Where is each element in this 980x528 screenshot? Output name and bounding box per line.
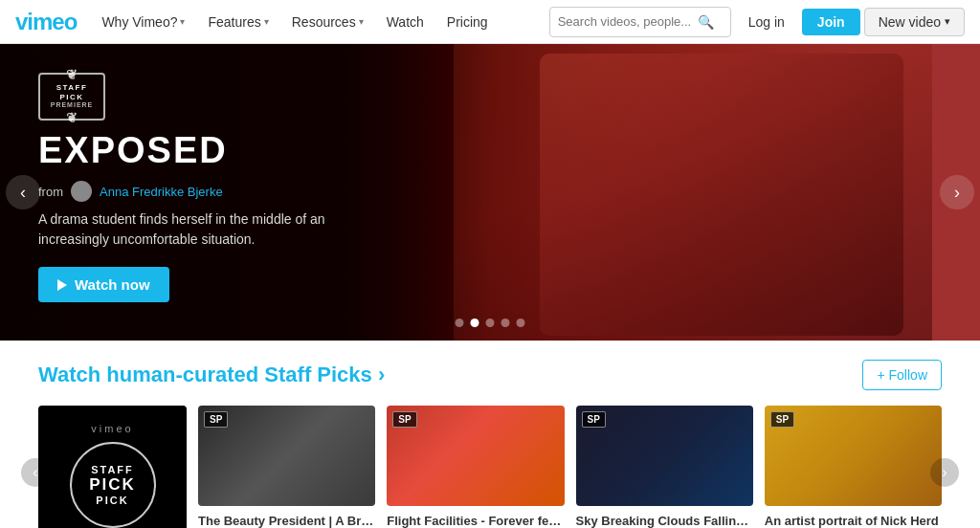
login-button[interactable]: Log in [735,9,798,35]
hero-dot-2[interactable] [471,319,479,327]
staff-picks-channel-card[interactable]: vimeo STAFF PICK PICK Vimeo Staff Picks [38,406,187,528]
video-card-flight-facilities[interactable]: SP Flight Facilities - Forever feat. B..… [387,406,564,528]
nav-why-vimeo[interactable]: Why Vimeo? ▾ [92,0,194,44]
video-thumb-3: SP [576,406,753,506]
chevron-down-icon: ▾ [945,15,950,28]
video-card-nick-herd[interactable]: SP An artist portrait of Nick Herd SubGe… [765,406,942,528]
video-title-3: Sky Breaking Clouds Falling - M... [576,514,753,528]
hero-dot-3[interactable] [486,319,495,327]
chevron-down-icon: ▾ [180,16,185,27]
avatar [71,181,92,202]
staff-pick-visual: vimeo STAFF PICK PICK [38,406,187,528]
video-title-1: The Beauty President | A Break... [198,514,375,528]
staff-pick-wreath: STAFF PICK PREMIERE [38,73,105,121]
nav-resources[interactable]: Resources ▾ [282,0,373,44]
hero-dots [456,319,525,327]
sp-badge: SP [582,411,606,428]
staff-picks-thumb: vimeo STAFF PICK PICK [38,406,187,528]
nav-features[interactable]: Features ▾ [198,0,278,44]
video-row-container: ‹ › vimeo STAFF PICK PICK Vimeo Staff Pi… [38,406,942,528]
video-thumb-4: SP [765,406,942,506]
join-button[interactable]: Join [802,9,860,35]
search-icon: 🔍 [698,14,714,30]
video-title-4: An artist portrait of Nick Herd [765,514,942,528]
staff-picks-section: Watch human-curated Staff Picks › + Foll… [0,341,980,528]
video-card-beauty-president[interactable]: SP The Beauty President | A Break... in … [198,406,375,528]
grid-next-button[interactable]: › [930,458,959,487]
video-card-sky-breaking[interactable]: SP Sky Breaking Clouds Falling - M... Ma… [576,406,753,528]
chevron-down-icon: ▾ [359,16,364,27]
vimeo-logo[interactable]: vimeo [15,9,77,35]
grid-prev-button[interactable]: ‹ [21,458,50,487]
hero-banner: STAFF PICK PREMIERE EXPOSED from Anna Fr… [0,44,980,341]
sp-badge: SP [204,411,228,428]
section-title[interactable]: Watch human-curated Staff Picks › [38,363,385,387]
search-box[interactable]: 🔍 [549,7,731,37]
hero-dot-5[interactable] [517,319,525,327]
search-input[interactable] [558,14,692,29]
nav-pricing[interactable]: Pricing [437,0,498,44]
video-grid: vimeo STAFF PICK PICK Vimeo Staff Picks … [38,406,942,528]
nav-watch[interactable]: Watch [377,0,434,44]
new-video-button[interactable]: New video ▾ [864,8,965,36]
hero-face-overlay [454,44,932,341]
play-icon [57,279,67,291]
follow-button[interactable]: + Follow [862,360,942,390]
navbar: vimeo Why Vimeo? ▾ Features ▾ Resources … [0,0,980,44]
hero-author: from Anna Fredrikke Bjerke [38,181,383,202]
video-thumb-1: SP [198,406,375,506]
sp-wreath-badge: STAFF PICK PICK [70,442,156,528]
sp-badge: SP [392,411,416,428]
hero-dot-4[interactable] [501,319,510,327]
section-header: Watch human-curated Staff Picks › + Foll… [38,360,942,390]
chevron-down-icon: ▾ [264,16,269,27]
video-thumb-2: SP [387,406,564,506]
hero-title: EXPOSED [38,130,383,171]
hero-from-label: from [38,185,63,199]
sp-badge: SP [770,411,794,428]
watch-now-button[interactable]: Watch now [38,267,169,302]
hero-content: STAFF PICK PREMIERE EXPOSED from Anna Fr… [38,73,383,302]
hero-description: A drama student finds herself in the mid… [38,209,383,250]
author-link[interactable]: Anna Fredrikke Bjerke [100,185,223,199]
video-title-2: Flight Facilities - Forever feat. B... [387,514,564,528]
hero-dot-1[interactable] [456,319,464,327]
hero-prev-button[interactable]: ‹ [6,175,40,209]
staff-pick-badge: STAFF PICK PREMIERE [38,73,383,121]
hero-next-button[interactable]: › [940,175,974,209]
